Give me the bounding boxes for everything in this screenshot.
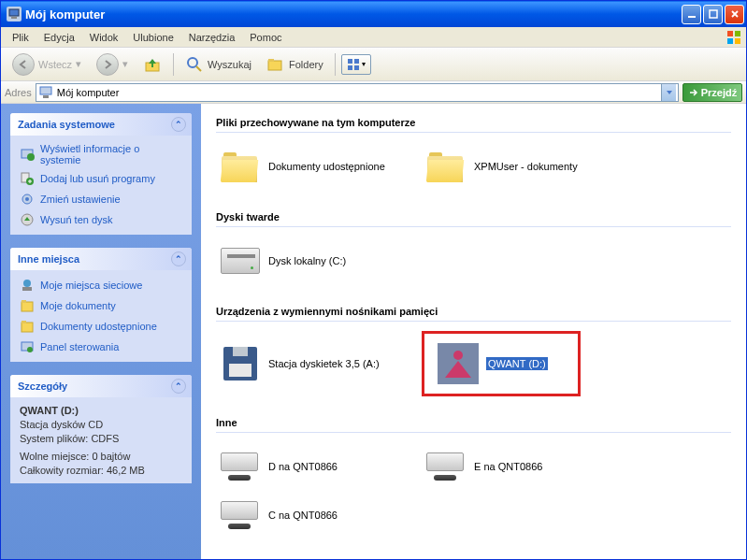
folder-up-icon (143, 55, 162, 74)
network-drive-icon (425, 446, 467, 487)
menu-tools[interactable]: Narzędzia (181, 30, 243, 45)
windows-logo-icon (725, 29, 742, 46)
info-icon (20, 147, 35, 162)
go-arrow-icon (688, 87, 699, 98)
main-view: Pliki przechowywane na tym komputerze Do… (201, 104, 746, 559)
details-name: QWANT (D:) (20, 405, 182, 416)
svg-rect-28 (22, 302, 33, 311)
details-free: Wolne miejsce: 0 bajtów (20, 451, 182, 462)
folder-icon (220, 146, 261, 187)
svg-rect-7 (735, 38, 740, 44)
item-network-d[interactable]: D na QNT0866 (216, 442, 422, 491)
maximize-button[interactable] (703, 5, 723, 24)
window-title: Mój komputer (25, 7, 682, 22)
addressbar: Adres Mój komputer Przejdź (1, 81, 746, 104)
toolbar: Wstecz ▾ ▾ Wyszukaj Foldery (1, 48, 746, 81)
settings-icon (20, 192, 35, 207)
window: Mój komputer Plik Edycja Widok Ulubione … (0, 0, 747, 560)
menu-file[interactable]: Plik (5, 30, 36, 45)
svg-rect-4 (727, 31, 733, 36)
svg-rect-1 (11, 17, 17, 19)
system-tasks-header[interactable]: Zadania systemowe ⌃ (10, 113, 192, 136)
details-header[interactable]: Szczegóły ⌃ (10, 375, 192, 397)
go-button[interactable]: Przejdź (682, 83, 742, 102)
my-computer-icon (38, 85, 53, 100)
search-button[interactable]: Wyszukaj (180, 51, 257, 78)
svg-rect-13 (348, 59, 352, 64)
close-button[interactable] (725, 5, 744, 24)
address-label: Adres (5, 87, 32, 98)
svg-rect-2 (688, 16, 696, 18)
task-system-info[interactable]: Wyświetl informacje o systemie (20, 143, 182, 165)
control-panel-icon (20, 339, 35, 354)
forward-button[interactable]: ▾ (91, 51, 134, 78)
svg-rect-31 (22, 321, 26, 323)
task-add-remove[interactable]: Dodaj lub usuń programy (20, 171, 182, 186)
svg-rect-17 (40, 87, 51, 94)
svg-rect-27 (22, 287, 32, 291)
network-drive-icon (220, 446, 261, 487)
sidebar: Zadania systemowe ⌃ Wyświetl informacje … (1, 104, 201, 559)
place-documents[interactable]: Moje dokumenty (20, 298, 182, 313)
task-change-setting[interactable]: Zmień ustawienie (20, 192, 182, 207)
address-dropdown-button[interactable] (661, 84, 676, 101)
my-computer-icon (7, 7, 22, 22)
item-network-e[interactable]: E na QNT0866 (422, 442, 627, 491)
system-tasks-panel: Zadania systemowe ⌃ Wyświetl informacje … (10, 113, 192, 235)
section-removable-header: Urządzenia z wymiennymi nośnikami pamięc… (216, 302, 731, 322)
place-shared-docs[interactable]: Dokumenty udostępnione (20, 319, 182, 334)
place-control-panel[interactable]: Panel sterowania (20, 339, 182, 354)
cd-icon (438, 343, 479, 384)
svg-line-10 (196, 66, 201, 71)
menu-help[interactable]: Pomoc (242, 30, 289, 45)
minimize-button[interactable] (682, 5, 701, 24)
search-icon (185, 55, 204, 74)
svg-point-9 (188, 58, 197, 67)
other-places-panel: Inne miejsca ⌃ Moje miejsca sieciowe Moj… (10, 248, 192, 362)
item-user-documents[interactable]: XPMUser - dokumenty (422, 142, 627, 191)
up-button[interactable] (137, 51, 167, 78)
address-input[interactable]: Mój komputer (36, 83, 679, 102)
svg-point-26 (23, 280, 31, 287)
shared-docs-icon (20, 319, 35, 334)
chevron-down-icon: ▾ (362, 60, 366, 68)
documents-icon (20, 298, 35, 313)
folders-button[interactable]: Foldery (261, 51, 329, 78)
item-local-disk-c[interactable]: Dysk lokalny (C:) (216, 237, 422, 285)
back-arrow-icon (12, 53, 35, 76)
place-network[interactable]: Moje miejsca sieciowe (20, 278, 182, 293)
chevron-up-icon: ⌃ (171, 251, 186, 266)
item-qwant-d[interactable]: QWANT (D:) (422, 331, 581, 396)
svg-point-33 (27, 347, 33, 352)
svg-rect-12 (268, 59, 274, 62)
menu-favorites[interactable]: Ulubione (125, 30, 180, 45)
svg-rect-15 (348, 65, 352, 70)
section-other-header: Inne (216, 413, 731, 433)
details-type: Stacja dysków CD (20, 419, 182, 430)
content-area: Zadania systemowe ⌃ Wyświetl informacje … (1, 104, 746, 559)
address-value: Mój komputer (57, 87, 657, 98)
svg-rect-5 (735, 31, 740, 36)
network-places-icon (20, 278, 35, 293)
menu-edit[interactable]: Edycja (36, 30, 82, 45)
toolbar-separator (335, 53, 336, 76)
section-hdd-header: Dyski twarde (216, 208, 731, 227)
folder-icon (425, 146, 467, 187)
chevron-down-icon: ▾ (122, 58, 128, 70)
chevron-up-icon: ⌃ (171, 117, 186, 132)
chevron-down-icon: ▾ (76, 58, 81, 70)
floppy-icon (220, 343, 261, 384)
item-network-c[interactable]: C na QNT0866 (216, 491, 422, 539)
item-shared-documents[interactable]: Dokumenty udostępnione (216, 142, 422, 191)
network-drive-icon (220, 495, 261, 536)
other-places-header[interactable]: Inne miejsca ⌃ (10, 248, 192, 270)
folders-icon (266, 55, 285, 74)
item-floppy-a[interactable]: Stacja dyskietek 3,5 (A:) (216, 331, 422, 396)
views-button[interactable]: ▾ (341, 54, 371, 75)
menu-view[interactable]: Widok (82, 30, 126, 45)
svg-rect-18 (43, 95, 49, 98)
svg-rect-16 (354, 65, 359, 70)
svg-rect-0 (9, 9, 19, 16)
task-eject[interactable]: Wysuń ten dysk (20, 212, 182, 227)
back-button[interactable]: Wstecz ▾ (7, 51, 87, 78)
